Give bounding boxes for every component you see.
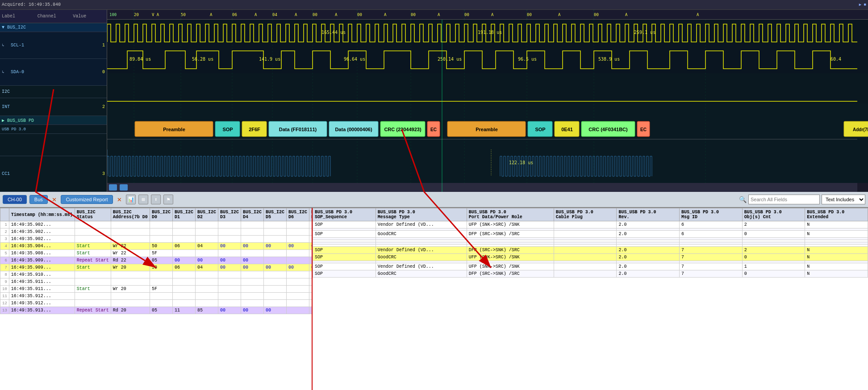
svg-text:SOP: SOP bbox=[535, 127, 545, 132]
cc1-value: 3 bbox=[87, 171, 105, 176]
col-sop: BUS_USB PD 3.0SOP_Sequence bbox=[313, 208, 376, 221]
svg-text:538.9 us: 538.9 us bbox=[598, 57, 620, 62]
svg-text:50: 50 bbox=[181, 12, 186, 17]
x-close[interactable]: ✕ bbox=[50, 195, 58, 204]
table-row[interactable]: 516:49:35.908...StartWr 225F_ bbox=[0, 250, 313, 257]
export-icon[interactable]: ⬆ bbox=[151, 195, 161, 204]
col-rownum bbox=[0, 208, 9, 221]
col-i2c-d4: BUS_I2CD4 bbox=[241, 208, 263, 221]
svg-rect-36 bbox=[107, 86, 868, 104]
svg-text:00: 00 bbox=[527, 12, 532, 17]
table-row[interactable]: SOPGoodCRCDFP (SRC->SNK) /SRC2.070N bbox=[313, 270, 868, 278]
table-row[interactable]: 216:49:35.902... bbox=[0, 228, 313, 236]
label-col: Label bbox=[0, 14, 36, 19]
tab-bus[interactable]: Bus bbox=[29, 195, 48, 204]
col-i2c-addr: BUS_I2CAddress(7b D0 bbox=[111, 208, 150, 221]
svg-text:Preamble: Preamble bbox=[476, 127, 498, 132]
svg-text:04: 04 bbox=[272, 12, 277, 17]
col-i2c-d1: BUS_I2CD1 bbox=[172, 208, 195, 221]
svg-text:191.18 us: 191.18 us bbox=[478, 30, 502, 35]
col-port-role: BUS_USB PD 3.0Port Data/Power Role bbox=[467, 208, 554, 221]
table-row[interactable]: SOPVendor Defined (VD...DFP (SRC->SNK) /… bbox=[313, 247, 868, 254]
search-input[interactable] bbox=[748, 195, 820, 204]
svg-text:CRC (23044923): CRC (23044923) bbox=[384, 127, 421, 132]
svg-text:00: 00 bbox=[594, 12, 599, 17]
x-close2[interactable]: ✕ bbox=[116, 195, 124, 204]
value-col: Value bbox=[71, 14, 107, 19]
table-row[interactable]: 916:49:35.911... bbox=[0, 278, 313, 286]
col-i2c-status: BUS_I2CStatus bbox=[75, 208, 111, 221]
col-objcnt: BUS_USB PD 3.0Obj(s) Cnt bbox=[742, 208, 805, 221]
scl-row: ↳ SCL-1 1 bbox=[0, 32, 107, 59]
table-row[interactable]: 616:49:35.909...Repeat StartRd 220500000… bbox=[0, 257, 313, 264]
usbpd-table-container[interactable]: BUS_USB PD 3.0SOP_Sequence BUS_USB PD 3.… bbox=[313, 208, 868, 390]
svg-text:00: 00 bbox=[464, 12, 469, 17]
acquisition-bar: Acquired: 16:49:35.840 ▶ ■ bbox=[0, 0, 868, 10]
search-mode-select[interactable]: Text IncludesText ExcludesRegex bbox=[822, 195, 865, 204]
table-icon[interactable]: ⊞ bbox=[138, 195, 148, 204]
search-box: 🔍 Text IncludesText ExcludesRegex bbox=[739, 195, 865, 204]
usbpd-group: ▶ BUS_USB PD bbox=[0, 116, 107, 125]
svg-text:SOP: SOP bbox=[222, 127, 233, 132]
svg-text:89.84 us: 89.84 us bbox=[129, 57, 151, 62]
table-row[interactable]: 1016:49:35.911...StartWr 205F_ bbox=[0, 286, 313, 293]
svg-text:Data (FF018111): Data (FF018111) bbox=[279, 127, 317, 132]
waveform-svg: 165.44 us 191.18 us 259.1 us 89.84 us 56… bbox=[107, 20, 868, 192]
sda-row: ↳ SDA-0 0 bbox=[0, 59, 107, 86]
table-row[interactable]: SOPVendor Defined (VD...UFP (SNK->SRC) /… bbox=[313, 263, 868, 270]
channel-col: Channel bbox=[36, 14, 71, 19]
table-row[interactable]: SOPVendor Defined (VD...UFP (SNK->SRC) /… bbox=[313, 221, 868, 228]
col-i2c-d0: BUS_I2CD0 bbox=[150, 208, 172, 221]
svg-text:EC: EC bbox=[430, 127, 437, 132]
table-row[interactable]: SOPGoodCRCDFP (SRC->SNK) /SRC2.060N bbox=[313, 231, 868, 238]
flag-icon[interactable]: ⚑ bbox=[163, 195, 173, 204]
i2c-table-container[interactable]: Timestamp (hh:mm:ss.ms) BUS_I2CStatus BU… bbox=[0, 208, 313, 390]
table-row[interactable]: 1216:49:35.912... bbox=[0, 300, 313, 307]
acquired-text: Acquired: 16:49:35.840 bbox=[2, 2, 61, 7]
svg-rect-34 bbox=[107, 46, 868, 73]
tab-report[interactable]: Customized Report bbox=[61, 195, 113, 204]
sda-value: 0 bbox=[78, 70, 105, 75]
table-row[interactable]: 816:49:35.910... bbox=[0, 271, 313, 278]
col-i2c-d2: BUS_I2CD2 bbox=[195, 208, 218, 221]
col-extended: BUS_USB PD 3.0Extended bbox=[805, 208, 868, 221]
svg-text:06: 06 bbox=[232, 12, 237, 17]
svg-text:96.5 us: 96.5 us bbox=[518, 57, 537, 62]
table-row[interactable]: 416:49:35.904...StartWr 2250060400000000… bbox=[0, 243, 313, 250]
svg-text:100: 100 bbox=[109, 12, 117, 17]
search-icon: 🔍 bbox=[739, 196, 747, 203]
col-msg-type: BUS_USB PD 3.0Message Type bbox=[376, 208, 467, 221]
svg-text:CRC (4F0341BC): CRC (4F0341BC) bbox=[588, 127, 628, 132]
int-row: INT 2 bbox=[0, 98, 107, 116]
svg-text:141.9 us: 141.9 us bbox=[259, 57, 280, 62]
svg-text:A: A bbox=[210, 12, 213, 17]
svg-text:Data (00000406): Data (00000406) bbox=[335, 127, 372, 132]
svg-text:0E41: 0E41 bbox=[561, 127, 573, 132]
svg-text:Addr(7b: Addr(7b bbox=[853, 127, 868, 132]
waveform-canvas[interactable]: 100 20 V A 50 A 06 A 04 A 00 A 00 A 00 A… bbox=[107, 10, 868, 192]
svg-text:2F6F: 2F6F bbox=[249, 127, 260, 132]
svg-text:A: A bbox=[255, 12, 257, 17]
table-area: CH-00 Bus ✕ Customized Report ✕ 📊 ⊞ ⬆ ⚑ … bbox=[0, 192, 868, 390]
table-row[interactable]: SOPGoodCRCUFP (SNK->SRC) /SNK2.070N bbox=[313, 254, 868, 261]
svg-text:259.1 us: 259.1 us bbox=[634, 30, 655, 35]
tab-ch00[interactable]: CH-00 bbox=[3, 195, 27, 204]
col-i2c-d6: BUS_I2CD6 bbox=[286, 208, 309, 221]
bus-i2c-group: ▼ BUS_I2C bbox=[0, 23, 107, 32]
int-value: 2 bbox=[87, 104, 105, 109]
svg-text:00: 00 bbox=[357, 12, 362, 17]
chart-icon[interactable]: 📊 bbox=[126, 195, 136, 204]
svg-text:EC: EC bbox=[640, 127, 647, 132]
svg-text:165.44 us: 165.44 us bbox=[321, 30, 346, 35]
svg-text:A: A bbox=[491, 12, 494, 17]
table-row[interactable]: 716:49:35.909...StartWr 2050060400000000… bbox=[0, 264, 313, 271]
table-row[interactable]: 316:49:35.902... bbox=[0, 236, 313, 243]
table-row[interactable]: 116:49:35.902... bbox=[0, 221, 313, 228]
table-row[interactable]: 1316:49:35.913...Repeat StartRd 20051185… bbox=[0, 307, 313, 314]
sda-label: SDA-0 bbox=[11, 70, 78, 75]
svg-rect-37 bbox=[107, 104, 868, 112]
svg-text:Preamble: Preamble bbox=[163, 127, 185, 132]
svg-text:A: A bbox=[697, 12, 699, 17]
table-row[interactable]: 1116:49:35.912... bbox=[0, 293, 313, 300]
waveform-ruler: 100 20 V A 50 A 06 A 04 A 00 A 00 A 00 A… bbox=[107, 10, 868, 20]
